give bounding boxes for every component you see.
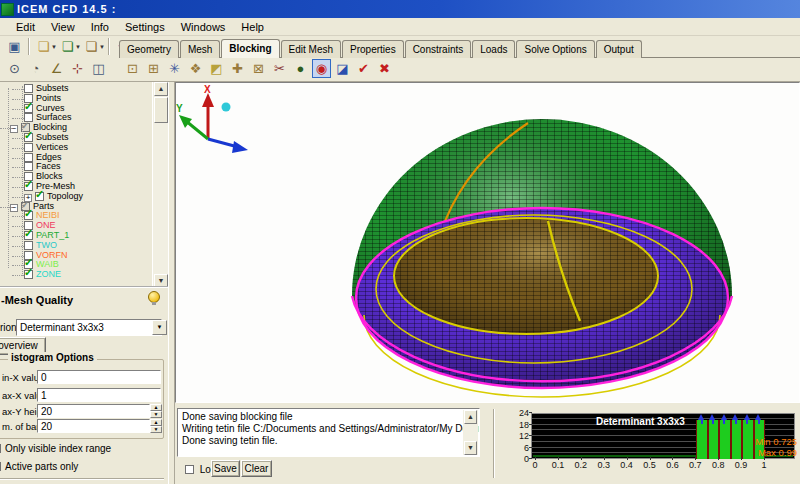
max-y-height-input[interactable] bbox=[37, 404, 150, 418]
checked-checkbox-icon[interactable] bbox=[24, 182, 33, 191]
menu-edit[interactable]: Edit bbox=[8, 20, 43, 34]
zoom-icon[interactable]: ⊙ bbox=[5, 59, 24, 78]
dropdown-chevron-icon[interactable]: ▼ bbox=[51, 44, 57, 50]
tab-mesh[interactable]: Mesh bbox=[180, 40, 220, 58]
max-x-value-input[interactable] bbox=[37, 388, 161, 402]
bottom-bar: Done saving blocking fileWriting tetin f… bbox=[175, 403, 800, 484]
y-axis-label: Y bbox=[176, 103, 183, 114]
collapse-icon[interactable]: − bbox=[10, 125, 18, 133]
message-log: Done saving blocking fileWriting tetin f… bbox=[177, 408, 480, 457]
tab-properties[interactable]: Properties bbox=[342, 40, 404, 58]
checked-checkbox-icon[interactable] bbox=[35, 192, 44, 201]
histogram-options-title: istogram Options bbox=[8, 352, 97, 363]
save-messages-button[interactable]: Save bbox=[211, 460, 240, 477]
checkbox-icon[interactable] bbox=[24, 84, 33, 93]
tree-item-label: Faces bbox=[36, 161, 61, 171]
find-entity-icon[interactable]: ◔ bbox=[26, 59, 45, 78]
tab-constraints[interactable]: Constraints bbox=[405, 40, 472, 58]
menu-bar: EditViewInfoSettingsWindowsHelp bbox=[0, 18, 800, 36]
message-scrollbar[interactable]: ▲ ▼ bbox=[463, 410, 478, 455]
scrollbar-up-icon[interactable]: ▲ bbox=[154, 82, 168, 96]
criterion-dropdown-icon[interactable]: ▼ bbox=[152, 320, 167, 335]
spinner-up-icon[interactable]: ▲ bbox=[150, 419, 162, 426]
min-x-value-input[interactable] bbox=[37, 370, 161, 384]
merge-vertices-icon[interactable]: ✳ bbox=[165, 59, 184, 78]
transform-blocks-icon[interactable]: ⊠ bbox=[249, 59, 268, 78]
checked-checkbox-icon[interactable] bbox=[24, 231, 33, 240]
approve-icon[interactable]: ✔ bbox=[354, 59, 373, 78]
pre-mesh-quality-header: -Mesh Quality bbox=[1, 294, 73, 306]
tab-solve-options[interactable]: Solve Options bbox=[516, 40, 594, 58]
delete-block-icon[interactable]: ✖ bbox=[375, 59, 394, 78]
tree-scrollbar[interactable]: ▲ ▼ bbox=[152, 82, 168, 288]
scrollbar-thumb[interactable] bbox=[154, 97, 168, 123]
tab-edit-mesh[interactable]: Edit Mesh bbox=[281, 40, 341, 58]
checked-checkbox-icon[interactable] bbox=[24, 133, 33, 142]
menu-view[interactable]: View bbox=[43, 20, 83, 34]
checked-checkbox-icon[interactable] bbox=[24, 104, 33, 113]
save-icon[interactable]: ▣ bbox=[5, 37, 24, 56]
tab-output[interactable]: Output bbox=[596, 40, 642, 58]
spinner-down-icon[interactable]: ▼ bbox=[150, 426, 162, 433]
collapse-icon[interactable]: − bbox=[10, 204, 18, 212]
min-x-value-row: in-X value bbox=[2, 370, 44, 385]
tree-item-label: Points bbox=[36, 93, 61, 103]
tree-item-label: ZONE bbox=[36, 269, 61, 279]
menu-settings[interactable]: Settings bbox=[117, 20, 173, 34]
display-options-icon[interactable]: ◫ bbox=[89, 59, 108, 78]
menu-info[interactable]: Info bbox=[83, 20, 117, 34]
edit-block-icon[interactable]: ❖ bbox=[186, 59, 205, 78]
checked-checkbox-icon[interactable] bbox=[24, 211, 33, 220]
num-of-bars-input[interactable] bbox=[37, 419, 150, 433]
left-panel: SubsetsPointsCurvesSurfaces−BlockingSubs… bbox=[0, 82, 168, 484]
dropdown-chevron-icon[interactable]: ▼ bbox=[75, 44, 81, 50]
x-tick-label: 0.7 bbox=[683, 460, 707, 470]
move-vertex-icon[interactable]: ✚ bbox=[228, 59, 247, 78]
only-visible-index-range-checkbox[interactable] bbox=[0, 444, 1, 453]
active-parts-only-checkbox[interactable] bbox=[0, 462, 1, 471]
scrollbar-up-icon[interactable]: ▲ bbox=[464, 410, 477, 424]
block-checks-icon[interactable]: ◪ bbox=[333, 59, 352, 78]
tree-item-label: Subsets bbox=[36, 132, 69, 142]
pre-mesh-quality-icon[interactable]: ◉ bbox=[312, 59, 331, 78]
clear-messages-button[interactable]: Clear bbox=[241, 460, 272, 477]
rotation-center-icon bbox=[222, 103, 231, 112]
menu-windows[interactable]: Windows bbox=[173, 20, 234, 34]
checkbox-icon[interactable] bbox=[24, 153, 33, 162]
spinner-up-icon[interactable]: ▲ bbox=[150, 404, 162, 411]
local-coords-icon[interactable]: ⊹ bbox=[68, 59, 87, 78]
active-parts-only-row: Active parts only bbox=[0, 461, 78, 472]
tab-blocking[interactable]: Blocking bbox=[221, 39, 279, 58]
pre-mesh-params-icon[interactable]: ● bbox=[291, 59, 310, 78]
measure-icon[interactable]: ∠ bbox=[47, 59, 66, 78]
help-lightbulb-icon[interactable] bbox=[148, 291, 160, 303]
scrollbar-down-icon[interactable]: ▼ bbox=[464, 441, 477, 455]
checked-checkbox-icon[interactable] bbox=[24, 270, 33, 279]
criterion-select[interactable]: Determinant 3x3x3 bbox=[16, 319, 162, 336]
create-block-icon[interactable]: ⊡ bbox=[123, 59, 142, 78]
tab-loads[interactable]: Loads bbox=[472, 40, 515, 58]
main-area: SubsetsPointsCurvesSurfaces−BlockingSubs… bbox=[0, 82, 800, 484]
checkbox-icon[interactable] bbox=[24, 241, 33, 250]
checkbox-icon[interactable] bbox=[24, 143, 33, 152]
scrollbar-down-icon[interactable]: ▼ bbox=[154, 274, 168, 288]
title-bar[interactable]: ICEM CFD 14.5 : bbox=[0, 0, 800, 18]
associate-icon[interactable]: ◩ bbox=[207, 59, 226, 78]
dropdown-chevron-icon[interactable]: ▼ bbox=[99, 44, 105, 50]
overflow-arrow-icon bbox=[708, 414, 717, 424]
toolbar-separator bbox=[108, 38, 110, 55]
tree-item-label: Subsets bbox=[36, 83, 69, 93]
tree-item-label: VORFN bbox=[36, 250, 68, 260]
tab-geometry[interactable]: Geometry bbox=[119, 40, 179, 58]
split-block-icon[interactable]: ⊞ bbox=[144, 59, 163, 78]
spinner-down-icon[interactable]: ▼ bbox=[150, 411, 162, 418]
3d-viewport[interactable]: X Y bbox=[175, 82, 800, 403]
overflow-arrow-icon bbox=[754, 414, 763, 424]
log-checkbox[interactable] bbox=[185, 465, 194, 474]
y-tick-label: 18 bbox=[515, 420, 529, 430]
menu-help[interactable]: Help bbox=[233, 20, 272, 34]
checkbox-icon[interactable] bbox=[24, 162, 33, 171]
panel-splitter[interactable] bbox=[168, 82, 175, 484]
toolbar-separator bbox=[28, 38, 30, 55]
edit-edge-icon[interactable]: ✂ bbox=[270, 59, 289, 78]
